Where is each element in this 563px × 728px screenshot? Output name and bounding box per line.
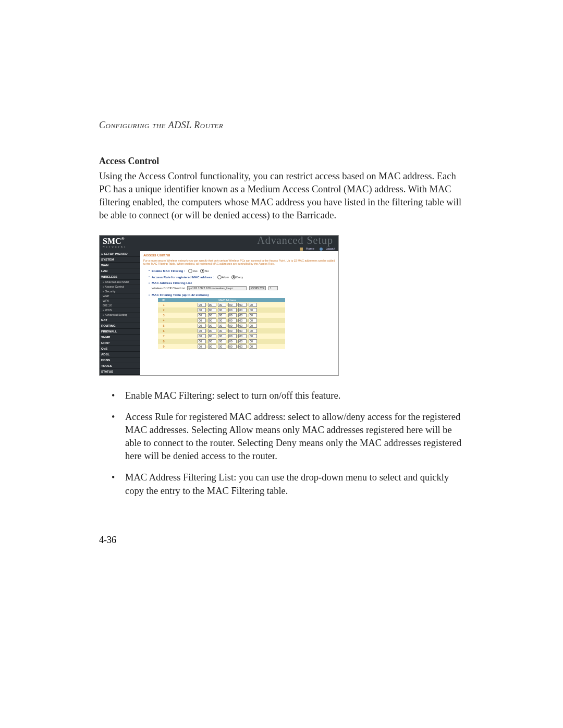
mac-octet-input[interactable]: 00 xyxy=(198,339,206,343)
sidebar-item[interactable]: STATUS xyxy=(100,369,140,375)
main-panel: Access Control For a more secure Wireles… xyxy=(140,251,338,375)
mac-octet-input[interactable]: 00 xyxy=(228,334,237,338)
mac-octet-input[interactable]: 00 xyxy=(198,303,206,307)
mac-octet-input[interactable]: 00 xyxy=(218,334,226,338)
sidebar-item[interactable]: » Security xyxy=(100,289,140,294)
mac-octet-input[interactable]: 00 xyxy=(208,303,216,307)
sidebar-item[interactable]: QoS xyxy=(100,346,140,352)
sidebar-item[interactable]: » Channel and SSID xyxy=(100,280,140,285)
mac-separator: : xyxy=(227,319,228,322)
mac-octet-input[interactable]: 00 xyxy=(208,324,216,328)
mac-octet-input[interactable]: 00 xyxy=(218,303,226,307)
mac-octet-input[interactable]: 00 xyxy=(238,318,247,323)
mac-octet-input[interactable]: 00 xyxy=(208,339,216,343)
mac-octet-input[interactable]: 00 xyxy=(249,308,257,312)
sidebar-item[interactable]: » Access Control xyxy=(100,285,140,289)
mac-octet-input[interactable]: 00 xyxy=(249,303,257,307)
sidebar-item[interactable]: WEP xyxy=(100,294,140,299)
mac-octet-input[interactable]: 00 xyxy=(208,334,216,338)
mac-octet-input[interactable]: 00 xyxy=(249,344,257,349)
mac-octet-input[interactable]: 00 xyxy=(198,313,206,317)
sidebar-item[interactable]: » SETUP WIZARD xyxy=(100,251,140,257)
mac-octet-input[interactable]: 00 xyxy=(249,339,257,343)
mac-octet-input[interactable]: 00 xyxy=(249,318,257,323)
mac-octet-input[interactable]: 00 xyxy=(218,344,226,349)
mac-separator: : xyxy=(227,314,228,317)
mac-octet-input[interactable]: 00 xyxy=(218,308,226,312)
sidebar-item[interactable]: SNMP xyxy=(100,335,140,340)
rule-deny-radio[interactable] xyxy=(231,275,236,279)
mac-octet-input[interactable]: 00 xyxy=(238,324,247,328)
mac-separator: : xyxy=(237,335,238,338)
mac-octet-input[interactable]: 00 xyxy=(198,318,206,323)
mac-octet-input[interactable]: 00 xyxy=(228,344,237,349)
mac-octet-input[interactable]: 00 xyxy=(198,344,206,349)
sidebar-item[interactable]: UPnP xyxy=(100,340,140,346)
sidebar-item[interactable]: FIREWALL xyxy=(100,329,140,335)
mac-separator: : xyxy=(247,319,248,322)
sidebar-item[interactable]: DDNS xyxy=(100,357,140,363)
mac-octet-input[interactable]: 00 xyxy=(218,313,226,317)
mac-octet-input[interactable]: 00 xyxy=(228,318,237,323)
mac-separator: : xyxy=(206,340,207,343)
mac-separator: : xyxy=(227,324,228,327)
sidebar-item[interactable]: LAN xyxy=(100,268,140,274)
mac-separator: : xyxy=(217,303,218,306)
mac-octet-input[interactable]: 00 xyxy=(228,303,237,307)
copy-to-index-select[interactable]: 1 xyxy=(268,286,278,290)
enable-no-label: No xyxy=(205,269,209,272)
mac-filtering-table: ID MAC Address 100:00:00:00:00:00200:00:… xyxy=(158,298,285,349)
mac-octet-input[interactable]: 00 xyxy=(238,339,247,343)
mac-octet-input[interactable]: 00 xyxy=(228,313,237,317)
mac-octet-input[interactable]: 00 xyxy=(208,344,216,349)
dhcp-client-select[interactable]: ip=192.168.2.100 name=kes_ke-pc xyxy=(187,286,247,290)
mac-octet-input[interactable]: 00 xyxy=(238,334,247,338)
mac-octet-input[interactable]: 00 xyxy=(218,318,226,323)
mac-octet-input[interactable]: 00 xyxy=(198,308,206,312)
enable-no-radio[interactable] xyxy=(200,269,204,273)
sidebar-item[interactable]: » Advanced Setting xyxy=(100,313,140,317)
sidebar-item[interactable]: ADSL xyxy=(100,352,140,357)
mac-octet-input[interactable]: 00 xyxy=(228,339,237,343)
enable-yes-radio[interactable] xyxy=(188,269,192,273)
mac-octet-input[interactable]: 00 xyxy=(198,334,206,338)
sidebar-item[interactable]: WAN xyxy=(100,263,140,268)
mac-octet-input[interactable]: 00 xyxy=(249,329,257,333)
sidebar-item[interactable]: ROUTING xyxy=(100,323,140,329)
mac-octet-input[interactable]: 00 xyxy=(218,339,226,343)
mac-octet-input[interactable]: 00 xyxy=(198,329,206,333)
mac-octet-input[interactable]: 00 xyxy=(198,324,206,328)
sidebar-item[interactable]: SYSTEM xyxy=(100,257,140,263)
list-item: Access Rule for registered MAC address: … xyxy=(111,411,469,463)
mac-octet-input[interactable]: 00 xyxy=(208,308,216,312)
mac-octet-input[interactable]: 00 xyxy=(228,329,237,333)
sidebar-item[interactable]: WPA xyxy=(100,299,140,303)
mac-octet-input[interactable]: 00 xyxy=(228,308,237,312)
copy-to-button[interactable]: COPY TO xyxy=(249,286,266,290)
mac-separator: : xyxy=(227,303,228,306)
mac-octet-input[interactable]: 00 xyxy=(238,308,247,312)
mac-octet-input[interactable]: 00 xyxy=(238,329,247,333)
sidebar-item[interactable]: TOOLS xyxy=(100,363,140,369)
mac-octet-input[interactable]: 00 xyxy=(238,313,247,317)
sidebar-item[interactable]: 802.1X xyxy=(100,303,140,308)
mac-octet-input[interactable]: 00 xyxy=(208,318,216,323)
mac-octet-input[interactable]: 00 xyxy=(249,313,257,317)
mac-separator: : xyxy=(206,329,207,332)
row-mac: 00:00:00:00:00:00 xyxy=(169,318,285,323)
sidebar-item[interactable]: NAT xyxy=(100,317,140,323)
mac-octet-input[interactable]: 00 xyxy=(208,313,216,317)
mac-octet-input[interactable]: 00 xyxy=(249,324,257,328)
mac-octet-input[interactable]: 00 xyxy=(238,303,247,307)
rule-allow-radio[interactable] xyxy=(217,275,222,279)
home-link[interactable]: Home xyxy=(298,247,314,250)
mac-octet-input[interactable]: 00 xyxy=(208,329,216,333)
sidebar-item[interactable]: » WDS xyxy=(100,308,140,313)
sidebar-item[interactable]: WIRELESS xyxy=(100,274,140,280)
mac-octet-input[interactable]: 00 xyxy=(249,334,257,338)
mac-octet-input[interactable]: 00 xyxy=(238,344,247,349)
mac-octet-input[interactable]: 00 xyxy=(218,329,226,333)
mac-octet-input[interactable]: 00 xyxy=(228,324,237,328)
mac-octet-input[interactable]: 00 xyxy=(218,324,226,328)
logout-link[interactable]: Logout xyxy=(317,247,335,250)
